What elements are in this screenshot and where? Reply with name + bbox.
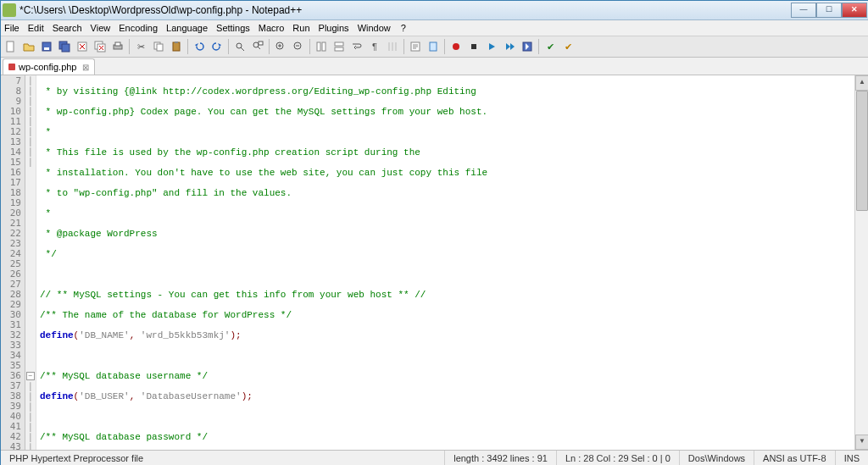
- status-encoding[interactable]: ANSI as UTF-8: [754, 451, 836, 465]
- svg-rect-12: [173, 42, 180, 51]
- app-icon: [3, 3, 16, 17]
- vertical-scrollbar[interactable]: ▲ ▼: [854, 75, 868, 450]
- cut-icon[interactable]: ✂: [132, 38, 149, 55]
- save-all-icon[interactable]: [56, 38, 73, 55]
- function-list-icon[interactable]: [407, 38, 424, 55]
- menu-macro[interactable]: Macro: [259, 23, 285, 33]
- print-icon[interactable]: [109, 38, 126, 55]
- find-icon[interactable]: [231, 38, 248, 55]
- scroll-up-icon[interactable]: ▲: [855, 75, 868, 91]
- svg-rect-20: [322, 42, 326, 51]
- close-file-icon[interactable]: [74, 38, 91, 55]
- redo-icon[interactable]: [209, 38, 225, 55]
- status-eol[interactable]: Dos\Windows: [680, 451, 754, 465]
- menu-window[interactable]: Window: [358, 23, 391, 33]
- wrap-icon[interactable]: [348, 38, 365, 55]
- tab-bar: wp-config.php ⊠: [1, 58, 868, 75]
- svg-point-25: [453, 43, 459, 50]
- replace-icon[interactable]: [249, 38, 266, 55]
- svg-rect-19: [317, 42, 320, 51]
- zoom-in-icon[interactable]: [272, 38, 289, 55]
- code-view[interactable]: * by visiting {@link http://codex.wordpr…: [36, 75, 854, 450]
- minimize-button[interactable]: —: [791, 3, 816, 18]
- new-file-icon[interactable]: [3, 38, 19, 55]
- menu-run[interactable]: Run: [292, 23, 309, 33]
- scroll-down-icon[interactable]: ▼: [855, 435, 868, 450]
- status-insert-mode[interactable]: INS: [836, 451, 868, 465]
- play-icon[interactable]: [483, 38, 500, 55]
- fold-margin[interactable]: │││││││││−││││││││: [25, 75, 36, 450]
- save-icon[interactable]: [38, 38, 55, 55]
- play-multi-icon[interactable]: [501, 38, 518, 55]
- menu-language[interactable]: Language: [166, 23, 208, 33]
- close-button[interactable]: ✕: [842, 3, 867, 18]
- tab-label: wp-config.php: [19, 62, 77, 72]
- zoom-out-icon[interactable]: [290, 38, 307, 55]
- menu-edit[interactable]: Edit: [28, 23, 44, 33]
- status-length: length : 3492 lines : 91: [445, 451, 557, 465]
- app-window: *C:\Users\ \Desktop\WordpressOld\wp-conf…: [0, 0, 868, 465]
- doc-map-icon[interactable]: [425, 38, 442, 55]
- undo-icon[interactable]: [191, 38, 208, 55]
- editor-area: 7891011121314151617181920212223242526272…: [1, 75, 868, 450]
- svg-rect-4: [62, 44, 70, 52]
- menu-file[interactable]: File: [4, 23, 19, 33]
- toolbar: ✂ ¶ ✔ ✔: [1, 36, 868, 58]
- spell-check-icon[interactable]: ✔: [542, 38, 559, 55]
- svg-rect-22: [335, 47, 343, 51]
- tab-wp-config[interactable]: wp-config.php ⊠: [3, 58, 95, 75]
- svg-rect-0: [7, 42, 14, 52]
- svg-rect-24: [430, 42, 437, 51]
- status-language: PHP Hypertext Preprocessor file: [1, 451, 445, 465]
- svg-rect-2: [44, 47, 49, 50]
- menu-bar: File Edit Search View Encoding Language …: [1, 20, 868, 36]
- stop-icon[interactable]: [465, 38, 482, 55]
- menu-search[interactable]: Search: [53, 23, 82, 33]
- svg-rect-9: [115, 42, 120, 46]
- menu-encoding[interactable]: Encoding: [119, 23, 158, 33]
- sync-v-icon[interactable]: [313, 38, 330, 55]
- open-file-icon[interactable]: [20, 38, 37, 55]
- record-icon[interactable]: [448, 38, 465, 55]
- fold-toggle-icon[interactable]: −: [26, 372, 35, 380]
- line-numbers: 7891011121314151617181920212223242526272…: [1, 75, 25, 450]
- save-macro-icon[interactable]: [519, 38, 536, 55]
- maximize-button[interactable]: ☐: [816, 3, 842, 18]
- menu-help[interactable]: ?: [401, 23, 406, 33]
- svg-rect-26: [471, 44, 476, 49]
- menu-plugins[interactable]: Plugins: [319, 23, 349, 33]
- status-position: Ln : 28 Col : 29 Sel : 0 | 0: [557, 451, 680, 465]
- svg-rect-21: [335, 42, 343, 46]
- indent-guide-icon[interactable]: [384, 38, 401, 55]
- modified-icon: [8, 64, 15, 70]
- svg-rect-13: [175, 42, 178, 43]
- svg-rect-16: [259, 42, 263, 45]
- menu-view[interactable]: View: [91, 23, 111, 33]
- menu-settings[interactable]: Settings: [216, 23, 250, 33]
- paste-icon[interactable]: [168, 38, 185, 55]
- window-title: *C:\Users\ \Desktop\WordpressOld\wp-conf…: [19, 4, 791, 16]
- show-chars-icon[interactable]: ¶: [366, 38, 383, 55]
- tab-close-icon[interactable]: ⊠: [82, 63, 89, 72]
- scroll-thumb[interactable]: [856, 91, 868, 211]
- status-bar: PHP Hypertext Preprocessor file length :…: [1, 450, 868, 465]
- sync-h-icon[interactable]: [331, 38, 348, 55]
- titlebar[interactable]: *C:\Users\ \Desktop\WordpressOld\wp-conf…: [1, 1, 868, 20]
- svg-rect-11: [157, 44, 163, 51]
- spell-next-icon[interactable]: ✔: [559, 38, 576, 55]
- copy-icon[interactable]: [150, 38, 167, 55]
- close-all-icon[interactable]: [92, 38, 108, 55]
